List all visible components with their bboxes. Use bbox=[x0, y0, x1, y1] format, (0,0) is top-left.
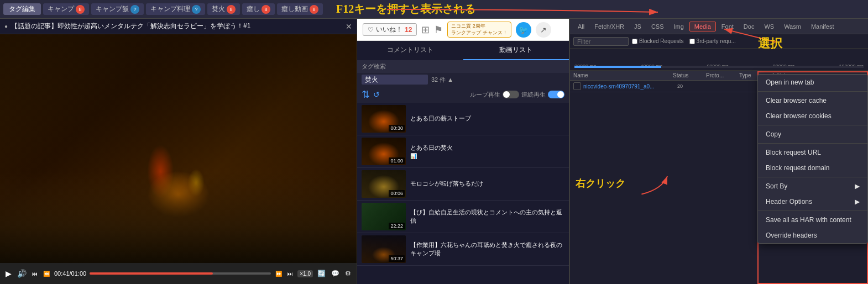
nav-item-camp[interactable]: キャンプ 8 bbox=[43, 3, 89, 15]
comment-button[interactable]: 💬 bbox=[330, 270, 341, 277]
tab-comments[interactable]: コメントリスト bbox=[357, 41, 463, 60]
continuous-toggle[interactable] bbox=[548, 91, 564, 98]
settings-button[interactable]: ⚙ bbox=[344, 270, 352, 277]
nav-badge: 8 bbox=[310, 5, 318, 14]
cm-block-domain[interactable]: Block request domain bbox=[758, 160, 867, 176]
thumbnail: 01:00 bbox=[362, 138, 406, 165]
fast-forward-button[interactable]: ⏩ bbox=[274, 271, 283, 277]
ground-overlay bbox=[0, 171, 357, 263]
video-player[interactable] bbox=[0, 34, 357, 263]
thumbnail: 00:30 bbox=[362, 105, 406, 133]
play-button[interactable]: ▶ bbox=[4, 269, 13, 278]
row-status: 20 bbox=[677, 83, 710, 89]
cm-override-headers[interactable]: Override headers bbox=[758, 228, 867, 243]
like-icon: ♡ bbox=[368, 26, 374, 34]
nico-promo-banner: ニコニ貢 2周年 ランクアップ チャンス！ bbox=[447, 22, 511, 38]
context-menu: Open in new tab Clear browser cache Clea… bbox=[757, 74, 868, 244]
sort-button[interactable]: ⇅ bbox=[362, 88, 370, 101]
nav-label: キャンプ飯 bbox=[96, 4, 129, 14]
grid-icon-button[interactable]: ⊞ bbox=[421, 24, 430, 36]
video-duration: 01:00 bbox=[389, 157, 405, 164]
dt-tab-doc[interactable]: Doc bbox=[739, 22, 759, 31]
share-button[interactable]: ↗ bbox=[536, 22, 551, 38]
cm-separator bbox=[758, 125, 867, 125]
video-duration: 00:06 bbox=[389, 190, 405, 197]
cm-clear-cookies[interactable]: Clear browser cookies bbox=[758, 108, 867, 124]
cm-block-url[interactable]: Block request URL bbox=[758, 145, 867, 160]
tab-videos[interactable]: 動画リスト bbox=[463, 41, 569, 60]
dt-tab-media[interactable]: Media bbox=[689, 22, 716, 31]
like-button[interactable]: ♡ いいね！ 12 bbox=[363, 23, 417, 36]
thumbnail: 50:37 bbox=[362, 235, 406, 263]
video-title: とある日の焚火 bbox=[410, 144, 564, 152]
cm-sort-by[interactable]: Sort By ▶ bbox=[758, 178, 867, 194]
skip-forward-button[interactable]: ⏭ bbox=[286, 271, 294, 277]
dt-tab-img[interactable]: Img bbox=[670, 22, 688, 31]
time-display: 00:41/01:00 bbox=[54, 270, 86, 277]
sort-secondary-button[interactable]: ↺ bbox=[373, 90, 380, 99]
dt-tab-wasm[interactable]: Wasm bbox=[780, 22, 806, 31]
close-video-button[interactable]: ✕ bbox=[346, 22, 352, 31]
blocked-label: Blocked Requests bbox=[639, 38, 684, 44]
dt-tab-ws[interactable]: WS bbox=[760, 22, 778, 31]
row-checkbox[interactable] bbox=[573, 82, 581, 90]
nav-label: 焚火 bbox=[212, 4, 225, 14]
nav-item-healing-video[interactable]: 癒し動画 8 bbox=[277, 3, 323, 15]
cm-save-har[interactable]: Save all as HAR with content bbox=[758, 212, 867, 228]
third-party-checkbox[interactable]: 3rd-party requ... bbox=[689, 38, 736, 44]
nav-item-bonfire[interactable]: 焚火 8 bbox=[207, 3, 240, 15]
dt-tab-fetch[interactable]: Fetch/XHR bbox=[590, 22, 629, 31]
dt-tab-js[interactable]: JS bbox=[630, 22, 646, 31]
filter-input[interactable] bbox=[573, 37, 629, 46]
cm-separator bbox=[758, 211, 867, 211]
video-duration: 50:37 bbox=[389, 255, 405, 262]
nav-item-healing[interactable]: 癒し 8 bbox=[242, 3, 275, 15]
chevron-right-icon: ▶ bbox=[855, 182, 860, 190]
nav-label: 癒し bbox=[247, 4, 260, 14]
list-item[interactable]: 01:00 とある日の焚火 📊 bbox=[357, 135, 569, 168]
tag-search-header: タグ検索 bbox=[357, 60, 569, 73]
blocked-requests-checkbox[interactable]: Blocked Requests bbox=[632, 38, 684, 44]
header-status: Status bbox=[673, 72, 706, 78]
tag-search-input[interactable] bbox=[362, 75, 428, 85]
volume-button[interactable]: 🔊 bbox=[16, 269, 28, 278]
video-index: ● bbox=[4, 23, 8, 29]
dt-tab-manifest[interactable]: Manifest bbox=[807, 22, 839, 31]
header-name: Name bbox=[573, 72, 673, 78]
rewind-button[interactable]: ⏪ bbox=[42, 271, 51, 277]
dt-tab-font[interactable]: Font bbox=[717, 22, 738, 31]
video-stats: 📊 bbox=[410, 153, 564, 159]
nav-item-camp-food[interactable]: キャンプ飯 ? bbox=[91, 3, 144, 15]
dt-tab-all[interactable]: All bbox=[573, 22, 589, 31]
speed-button[interactable]: ×1.0 bbox=[297, 270, 313, 277]
skip-back-button[interactable]: ⏮ bbox=[31, 271, 39, 277]
devtools-toolbar: All Fetch/XHR JS CSS Img Media Font Doc … bbox=[570, 19, 868, 34]
video-background bbox=[0, 34, 357, 263]
header-proto: Proto... bbox=[706, 72, 739, 78]
cm-separator bbox=[758, 177, 867, 177]
devtools-section: All Fetch/XHR JS CSS Img Media Font Doc … bbox=[569, 19, 868, 284]
cm-copy[interactable]: Copy bbox=[758, 127, 867, 142]
loop-button[interactable]: 🔄 bbox=[316, 270, 327, 277]
cm-open-new-tab[interactable]: Open in new tab bbox=[758, 75, 867, 90]
list-item[interactable]: 22:22 【び】自給自足生活の現状とコメントへの主の気持と返信 bbox=[357, 201, 569, 233]
progress-bar[interactable] bbox=[90, 272, 271, 275]
nav-item-camp-cooking[interactable]: キャンプ料理 ? bbox=[146, 3, 205, 15]
twitter-share-button[interactable]: 🐦 bbox=[516, 22, 531, 38]
list-item[interactable]: 00:30 とある日の薪ストーブ bbox=[357, 103, 569, 135]
social-bar: ♡ いいね！ 12 ⊞ ⚑ ニコニ貢 2周年 ランクアップ チャンス！ 🐦 ↗ bbox=[357, 19, 569, 41]
cm-clear-cache[interactable]: Clear browser cache bbox=[758, 93, 867, 108]
flag-icon-button[interactable]: ⚑ bbox=[434, 24, 443, 36]
thumbnail: 22:22 bbox=[362, 203, 406, 230]
dt-tab-css[interactable]: CSS bbox=[647, 22, 668, 31]
video-info: 【作業用】六花ちゃんの耳舐めと焚き火で癒される夜のキャンプ場 bbox=[410, 241, 564, 258]
video-controls-bar: ▶ 🔊 ⏮ ⏪ 00:41/01:00 ⏩ ⏭ ×1.0 🔄 💬 ⚙ bbox=[0, 263, 357, 284]
bar-chart-icon: 📊 bbox=[410, 153, 417, 159]
nav-label: 癒し動画 bbox=[281, 4, 308, 14]
tag-edit-button[interactable]: タグ編集 bbox=[3, 3, 41, 15]
cm-header-options[interactable]: Header Options ▶ bbox=[758, 194, 867, 209]
loop-toggle[interactable] bbox=[503, 91, 519, 98]
video-title: 【話題の記事】即効性が超高いメンタルテク「解決志向セラピー」を学ぼう！#1 bbox=[11, 22, 342, 31]
list-item[interactable]: 50:37 【作業用】六花ちゃんの耳舐めと焚き火で癒される夜のキャンプ場 bbox=[357, 233, 569, 266]
list-item[interactable]: 00:06 モロコシが転げ落ちるだけ bbox=[357, 168, 569, 201]
